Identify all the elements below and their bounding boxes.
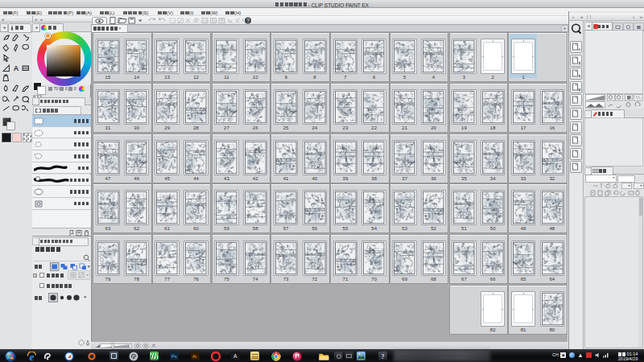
svg-text:Ai: Ai bbox=[192, 354, 196, 359]
svg-text:?: ? bbox=[382, 353, 385, 360]
svg-text:A: A bbox=[233, 354, 237, 360]
svg-text:Ps: Ps bbox=[171, 354, 177, 359]
svg-text:e: e bbox=[30, 352, 35, 362]
svg-text:?: ? bbox=[246, 18, 250, 23]
